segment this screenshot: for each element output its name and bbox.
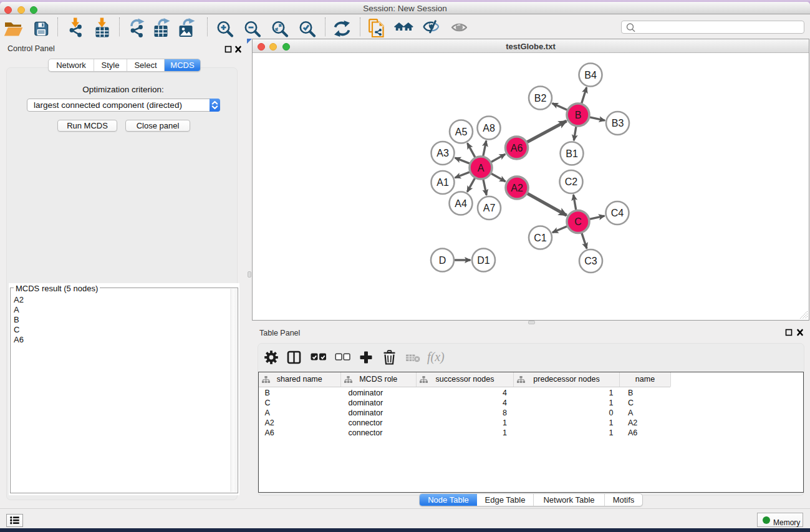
svg-text:B3: B3 <box>612 118 624 128</box>
svg-text:A8: A8 <box>483 123 495 133</box>
svg-text:C3: C3 <box>584 256 597 266</box>
svg-text:A5: A5 <box>455 127 468 137</box>
svg-text:C1: C1 <box>534 233 547 243</box>
svg-text:A1: A1 <box>436 177 449 188</box>
svg-text:B2: B2 <box>534 93 547 104</box>
svg-text:A7: A7 <box>483 203 496 213</box>
svg-text:B4: B4 <box>584 70 597 80</box>
svg-text:D: D <box>439 255 446 266</box>
svg-text:B: B <box>575 110 582 120</box>
svg-text:C: C <box>574 216 582 227</box>
svg-text:A4: A4 <box>455 198 467 209</box>
svg-text:C4: C4 <box>611 208 624 218</box>
svg-text:A2: A2 <box>511 183 523 193</box>
svg-text:D1: D1 <box>477 255 490 266</box>
svg-text:A3: A3 <box>436 148 449 158</box>
svg-text:A6: A6 <box>511 143 523 153</box>
svg-text:C2: C2 <box>565 177 578 187</box>
svg-text:B1: B1 <box>566 148 578 159</box>
svg-text:A: A <box>478 163 485 173</box>
